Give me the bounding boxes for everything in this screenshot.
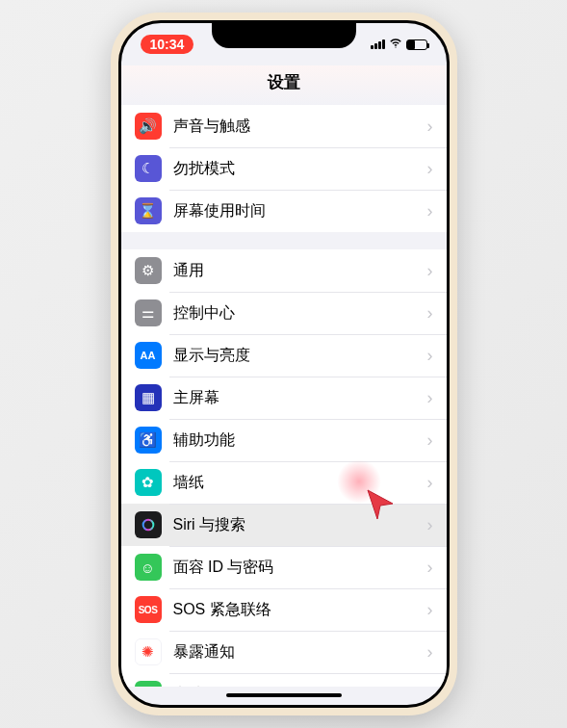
settings-row-label: 屏幕使用时间: [173, 201, 427, 221]
chevron-right-icon: ›: [427, 117, 433, 137]
settings-row-label: 墙纸: [173, 473, 427, 493]
status-time-recording[interactable]: 10:34: [141, 35, 194, 54]
settings-row-label: SOS 紧急联络: [173, 600, 427, 620]
chevron-right-icon: ›: [427, 303, 433, 324]
settings-row-control[interactable]: ⚌控制中心›: [121, 292, 447, 334]
chevron-right-icon: ›: [427, 685, 433, 688]
siri-icon: [135, 511, 162, 538]
settings-row-dnd[interactable]: ☾勿扰模式›: [121, 147, 447, 190]
screen: 10:34 设置 🔊声音与触感›☾勿扰模式›⌛屏幕使用时间›⚙通用›⚌控制中心›…: [121, 23, 447, 705]
moon-icon: ☾: [135, 155, 162, 182]
cellular-signal-icon: [371, 39, 385, 49]
settings-row-label: 通用: [173, 261, 427, 281]
home-indicator[interactable]: [226, 693, 342, 697]
sos-icon: SOS: [135, 596, 162, 623]
phone-frame: 10:34 设置 🔊声音与触感›☾勿扰模式›⌛屏幕使用时间›⚙通用›⚌控制中心›…: [111, 13, 457, 715]
chevron-right-icon: ›: [427, 473, 433, 493]
settings-row-label: 勿扰模式: [173, 159, 427, 179]
settings-row-wallpaper[interactable]: ✿墙纸›: [121, 461, 447, 504]
settings-row-general[interactable]: ⚙通用›: [121, 249, 447, 292]
accessibility-icon: ♿: [135, 427, 162, 454]
svg-point-0: [395, 46, 396, 47]
settings-row-label: 电池: [173, 685, 427, 688]
page-title: 设置: [121, 65, 447, 105]
settings-row-label: 声音与触感: [173, 117, 427, 137]
settings-section: 🔊声音与触感›☾勿扰模式›⌛屏幕使用时间›: [121, 105, 447, 232]
settings-row-sos[interactable]: SOSSOS 紧急联络›: [121, 588, 447, 631]
svg-point-1: [142, 520, 153, 531]
settings-row-battery[interactable]: ▬电池›: [121, 673, 447, 687]
settings-section: ⚙通用›⚌控制中心›AA显示与亮度›▦主屏幕›♿辅助功能›✿墙纸›Siri 与搜…: [121, 249, 447, 687]
notch: [212, 23, 356, 48]
speaker-icon: 🔊: [135, 113, 162, 140]
wifi-icon: [389, 37, 402, 53]
phone-bezel: 10:34 设置 🔊声音与触感›☾勿扰模式›⌛屏幕使用时间›⚙通用›⚌控制中心›…: [118, 20, 450, 708]
chevron-right-icon: ›: [427, 642, 433, 663]
settings-row-label: 显示与亮度: [173, 346, 427, 366]
switches-icon: ⚌: [135, 299, 162, 326]
settings-row-label: 暴露通知: [173, 642, 427, 663]
chevron-right-icon: ›: [427, 201, 433, 221]
hourglass-icon: ⌛: [135, 197, 162, 224]
settings-row-accessibility[interactable]: ♿辅助功能›: [121, 419, 447, 461]
chevron-right-icon: ›: [427, 346, 433, 366]
settings-row-label: 主屏幕: [173, 388, 427, 408]
battery-icon: ▬: [135, 681, 162, 687]
settings-list[interactable]: 🔊声音与触感›☾勿扰模式›⌛屏幕使用时间›⚙通用›⚌控制中心›AA显示与亮度›▦…: [121, 105, 447, 687]
settings-row-home[interactable]: ▦主屏幕›: [121, 377, 447, 419]
settings-row-label: Siri 与搜索: [173, 515, 427, 535]
flower-icon: ✿: [135, 469, 162, 496]
chevron-right-icon: ›: [427, 388, 433, 408]
chevron-right-icon: ›: [427, 515, 433, 535]
status-right: [371, 37, 427, 53]
apps-grid-icon: ▦: [135, 384, 162, 411]
battery-icon: [406, 39, 427, 50]
exposure-icon: ✺: [135, 638, 162, 665]
settings-row-sounds[interactable]: 🔊声音与触感›: [121, 105, 447, 147]
chevron-right-icon: ›: [427, 558, 433, 578]
settings-row-screentime[interactable]: ⌛屏幕使用时间›: [121, 190, 447, 232]
settings-row-siri[interactable]: Siri 与搜索›: [121, 504, 447, 546]
settings-row-label: 控制中心: [173, 303, 427, 324]
chevron-right-icon: ›: [427, 261, 433, 281]
chevron-right-icon: ›: [427, 600, 433, 620]
settings-row-exposure[interactable]: ✺暴露通知›: [121, 631, 447, 673]
settings-row-display[interactable]: AA显示与亮度›: [121, 334, 447, 377]
gear-icon: ⚙: [135, 257, 162, 284]
chevron-right-icon: ›: [427, 430, 433, 451]
chevron-right-icon: ›: [427, 159, 433, 179]
settings-row-label: 面容 ID 与密码: [173, 558, 427, 578]
text-size-icon: AA: [135, 342, 162, 369]
faceid-icon: ☺: [135, 554, 162, 581]
settings-row-faceid[interactable]: ☺面容 ID 与密码›: [121, 546, 447, 588]
settings-row-label: 辅助功能: [173, 430, 427, 451]
